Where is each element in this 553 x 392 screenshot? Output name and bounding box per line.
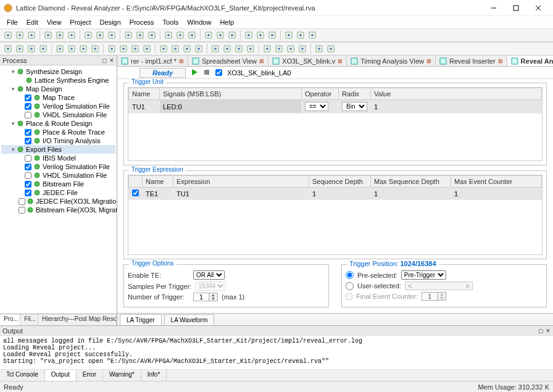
document-tab[interactable]: XO3L_SK_blink.v⊠ [268, 56, 347, 66]
operator-select[interactable]: == [305, 102, 328, 111]
document-tab[interactable]: Spreadsheet View⊠ [188, 56, 268, 66]
toolbar-button[interactable] [54, 43, 65, 54]
toolbar-button[interactable] [285, 43, 296, 54]
toolbar-button[interactable] [14, 30, 25, 41]
toolbar-button[interactable] [123, 30, 134, 41]
tree-item[interactable]: ▾Export Files [1, 145, 115, 154]
toolbar-button[interactable] [66, 43, 77, 54]
toolbar-button[interactable] [89, 43, 101, 54]
table-header[interactable] [129, 176, 143, 188]
tree-checkbox[interactable] [25, 164, 31, 170]
menu-view[interactable]: View [43, 17, 66, 27]
tree-twist-icon[interactable]: ▾ [10, 146, 16, 152]
la-tab[interactable]: LA Waveform [164, 314, 215, 325]
close-icon[interactable]: ⊠ [498, 58, 503, 64]
toolbar-button[interactable] [314, 43, 325, 54]
tree-checkbox[interactable] [25, 129, 31, 136]
close-icon[interactable]: ⊠ [179, 58, 184, 64]
toolbar-button[interactable] [262, 43, 273, 54]
preselected-select[interactable]: Pre-Trigger [401, 270, 446, 280]
toolbar-button[interactable] [135, 30, 146, 41]
table-header[interactable]: Max Event Counter [451, 176, 542, 188]
toolbar-button[interactable] [170, 43, 181, 54]
output-close-icon[interactable]: ✕ [546, 328, 551, 334]
toolbar-button[interactable] [106, 30, 117, 41]
table-header[interactable]: Expression [173, 176, 309, 188]
toolbar-button[interactable] [181, 43, 193, 54]
toolbar-button[interactable] [273, 43, 285, 54]
tree-item[interactable]: IBIS Model [1, 154, 115, 162]
tree-item[interactable]: VHDL Simulation File [1, 171, 115, 180]
tree-twist-icon[interactable]: ▾ [10, 86, 16, 92]
tree-item[interactable]: Place & Route Trace [1, 128, 115, 136]
table-header[interactable]: Signals (MSB:LSB) [160, 88, 302, 100]
toolbar-button[interactable] [283, 30, 294, 41]
tree-item[interactable]: Verilog Simulation File [1, 102, 115, 111]
toolbar-button[interactable] [245, 43, 256, 54]
toolbar-button[interactable] [130, 43, 141, 54]
tree-item[interactable]: ▾Map Design [1, 85, 115, 93]
toolbar-button[interactable] [43, 30, 54, 41]
toolbar-button[interactable] [54, 30, 65, 41]
table-header[interactable]: Sequence Depth [309, 176, 371, 188]
left-tab[interactable]: Pro... [0, 314, 20, 325]
toolbar-button[interactable] [215, 30, 226, 41]
userselected-slider[interactable]: <> [405, 281, 473, 290]
toolbar-button[interactable] [163, 30, 174, 41]
tree-item[interactable]: ▾Place & Route Design [1, 119, 115, 128]
output-tab[interactable]: Output [45, 370, 77, 381]
toolbar-button[interactable] [267, 30, 278, 41]
menu-process[interactable]: Process [125, 17, 159, 27]
output-tab[interactable]: Info* [141, 370, 167, 381]
stop-icon[interactable] [203, 69, 210, 77]
enable-te-select[interactable]: OR All [193, 270, 225, 280]
menu-window[interactable]: Window [183, 17, 215, 27]
tree-checkbox[interactable] [25, 172, 31, 179]
panel-close-icon[interactable]: ✕ [109, 57, 114, 64]
toolbar-button[interactable] [295, 30, 306, 41]
table-row[interactable]: TU1LED:0==Bin1 [129, 100, 542, 114]
tree-item[interactable]: JEDEC File [1, 188, 115, 197]
tree-twist-icon[interactable]: ▾ [10, 120, 16, 127]
close-icon[interactable]: ⊠ [259, 58, 264, 64]
output-tab[interactable]: Tcl Console [0, 370, 45, 381]
preselected-radio[interactable] [346, 271, 354, 279]
tree-checkbox[interactable] [19, 198, 25, 205]
output-tab[interactable]: Warning* [103, 370, 141, 381]
toolbar-button[interactable] [26, 43, 37, 54]
document-tab[interactable]: rer - impl1.xcf *⊠ [117, 56, 188, 66]
tree-checkbox[interactable] [25, 190, 31, 196]
tree-item[interactable]: I/O Timing Analysis [1, 136, 115, 145]
menu-design[interactable]: Design [96, 17, 125, 27]
table-header[interactable]: Name [143, 176, 173, 188]
tree-item[interactable]: ▾Synthesize Design [1, 67, 115, 76]
table-header[interactable]: Operator [302, 88, 339, 100]
trigger-unit-table[interactable]: NameSignals (MSB:LSB)OperatorRadixValue … [128, 88, 542, 114]
tree-item[interactable]: Verilog Simulation File [1, 162, 115, 171]
tree-item[interactable]: VHDL Simulation File [1, 111, 115, 119]
output-log[interactable]: all messages logged in file E:/Sync/AVR/… [0, 335, 553, 370]
process-tree[interactable]: ▾Synthesize DesignLattice Synthesis Engi… [0, 65, 117, 314]
menu-tools[interactable]: Tools [159, 17, 183, 27]
toolbar-button[interactable] [106, 43, 117, 54]
trigger-expression-table[interactable]: NameExpressionSequence DepthMax Sequence… [128, 175, 542, 200]
te-checkbox[interactable] [132, 190, 139, 196]
left-tab[interactable]: Fil... [20, 314, 38, 325]
samples-per-trigger-select[interactable]: 16384 [195, 281, 226, 291]
output-tab[interactable]: Error [77, 370, 103, 381]
tree-item[interactable]: Lattice Synthesis Engine [1, 76, 115, 85]
toolbar-button[interactable] [186, 30, 198, 41]
toolbar-button[interactable] [307, 30, 318, 41]
toolbar-button[interactable] [2, 43, 14, 54]
target-checkbox[interactable] [215, 69, 222, 76]
left-tab[interactable]: Hierarchy---Post Map Resou... [38, 314, 117, 325]
toolbar-button[interactable] [175, 30, 186, 41]
tree-checkbox[interactable] [25, 103, 31, 110]
toolbar-button[interactable] [255, 30, 266, 41]
toolbar-button[interactable] [297, 43, 308, 54]
toolbar-button[interactable] [141, 43, 152, 54]
toolbar-button[interactable] [78, 43, 89, 54]
userselected-radio[interactable] [346, 282, 354, 290]
table-row[interactable]: TE1TU1111 [129, 188, 542, 200]
tree-twist-icon[interactable]: ▾ [10, 69, 16, 75]
